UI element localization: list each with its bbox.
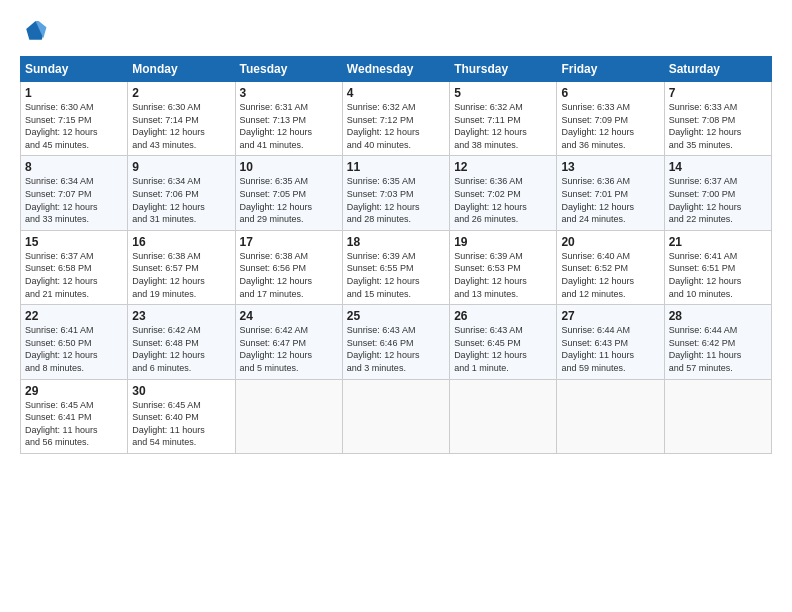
calendar-cell: 13Sunrise: 6:36 AM Sunset: 7:01 PM Dayli…: [557, 156, 664, 230]
day-info: Sunrise: 6:37 AM Sunset: 7:00 PM Dayligh…: [669, 175, 767, 225]
day-info: Sunrise: 6:32 AM Sunset: 7:11 PM Dayligh…: [454, 101, 552, 151]
day-number: 2: [132, 86, 230, 100]
calendar-cell: 19Sunrise: 6:39 AM Sunset: 6:53 PM Dayli…: [450, 230, 557, 304]
calendar-week-4: 22Sunrise: 6:41 AM Sunset: 6:50 PM Dayli…: [21, 305, 772, 379]
calendar-week-2: 8Sunrise: 6:34 AM Sunset: 7:07 PM Daylig…: [21, 156, 772, 230]
calendar-week-1: 1Sunrise: 6:30 AM Sunset: 7:15 PM Daylig…: [21, 82, 772, 156]
calendar-week-5: 29Sunrise: 6:45 AM Sunset: 6:41 PM Dayli…: [21, 379, 772, 453]
calendar-cell: 25Sunrise: 6:43 AM Sunset: 6:46 PM Dayli…: [342, 305, 449, 379]
day-number: 19: [454, 235, 552, 249]
calendar-cell: 28Sunrise: 6:44 AM Sunset: 6:42 PM Dayli…: [664, 305, 771, 379]
day-info: Sunrise: 6:43 AM Sunset: 6:46 PM Dayligh…: [347, 324, 445, 374]
calendar-cell: 8Sunrise: 6:34 AM Sunset: 7:07 PM Daylig…: [21, 156, 128, 230]
calendar-cell: 30Sunrise: 6:45 AM Sunset: 6:40 PM Dayli…: [128, 379, 235, 453]
day-info: Sunrise: 6:44 AM Sunset: 6:42 PM Dayligh…: [669, 324, 767, 374]
weekday-header-row: SundayMondayTuesdayWednesdayThursdayFrid…: [21, 57, 772, 82]
calendar-cell: 2Sunrise: 6:30 AM Sunset: 7:14 PM Daylig…: [128, 82, 235, 156]
day-info: Sunrise: 6:34 AM Sunset: 7:06 PM Dayligh…: [132, 175, 230, 225]
day-info: Sunrise: 6:45 AM Sunset: 6:41 PM Dayligh…: [25, 399, 123, 449]
day-info: Sunrise: 6:32 AM Sunset: 7:12 PM Dayligh…: [347, 101, 445, 151]
calendar-cell: 4Sunrise: 6:32 AM Sunset: 7:12 PM Daylig…: [342, 82, 449, 156]
day-number: 20: [561, 235, 659, 249]
calendar-cell: [450, 379, 557, 453]
day-number: 12: [454, 160, 552, 174]
day-info: Sunrise: 6:41 AM Sunset: 6:50 PM Dayligh…: [25, 324, 123, 374]
day-info: Sunrise: 6:40 AM Sunset: 6:52 PM Dayligh…: [561, 250, 659, 300]
day-info: Sunrise: 6:34 AM Sunset: 7:07 PM Dayligh…: [25, 175, 123, 225]
day-number: 25: [347, 309, 445, 323]
calendar-cell: 17Sunrise: 6:38 AM Sunset: 6:56 PM Dayli…: [235, 230, 342, 304]
calendar-cell: 6Sunrise: 6:33 AM Sunset: 7:09 PM Daylig…: [557, 82, 664, 156]
day-number: 15: [25, 235, 123, 249]
day-number: 9: [132, 160, 230, 174]
day-number: 5: [454, 86, 552, 100]
calendar-cell: 24Sunrise: 6:42 AM Sunset: 6:47 PM Dayli…: [235, 305, 342, 379]
day-info: Sunrise: 6:41 AM Sunset: 6:51 PM Dayligh…: [669, 250, 767, 300]
logo: [20, 18, 52, 46]
calendar-cell: 27Sunrise: 6:44 AM Sunset: 6:43 PM Dayli…: [557, 305, 664, 379]
day-number: 28: [669, 309, 767, 323]
day-info: Sunrise: 6:45 AM Sunset: 6:40 PM Dayligh…: [132, 399, 230, 449]
weekday-header-monday: Monday: [128, 57, 235, 82]
day-number: 8: [25, 160, 123, 174]
day-number: 21: [669, 235, 767, 249]
calendar-cell: 14Sunrise: 6:37 AM Sunset: 7:00 PM Dayli…: [664, 156, 771, 230]
day-number: 18: [347, 235, 445, 249]
day-number: 17: [240, 235, 338, 249]
day-info: Sunrise: 6:39 AM Sunset: 6:55 PM Dayligh…: [347, 250, 445, 300]
day-number: 1: [25, 86, 123, 100]
day-number: 3: [240, 86, 338, 100]
calendar-cell: 15Sunrise: 6:37 AM Sunset: 6:58 PM Dayli…: [21, 230, 128, 304]
calendar-cell: 23Sunrise: 6:42 AM Sunset: 6:48 PM Dayli…: [128, 305, 235, 379]
weekday-header-sunday: Sunday: [21, 57, 128, 82]
calendar-cell: 26Sunrise: 6:43 AM Sunset: 6:45 PM Dayli…: [450, 305, 557, 379]
calendar-cell: 10Sunrise: 6:35 AM Sunset: 7:05 PM Dayli…: [235, 156, 342, 230]
day-info: Sunrise: 6:30 AM Sunset: 7:15 PM Dayligh…: [25, 101, 123, 151]
day-info: Sunrise: 6:33 AM Sunset: 7:09 PM Dayligh…: [561, 101, 659, 151]
day-number: 6: [561, 86, 659, 100]
calendar-cell: [664, 379, 771, 453]
day-number: 30: [132, 384, 230, 398]
day-number: 24: [240, 309, 338, 323]
day-info: Sunrise: 6:38 AM Sunset: 6:56 PM Dayligh…: [240, 250, 338, 300]
day-info: Sunrise: 6:39 AM Sunset: 6:53 PM Dayligh…: [454, 250, 552, 300]
day-number: 7: [669, 86, 767, 100]
day-number: 10: [240, 160, 338, 174]
calendar-cell: 22Sunrise: 6:41 AM Sunset: 6:50 PM Dayli…: [21, 305, 128, 379]
logo-icon: [20, 18, 48, 46]
day-info: Sunrise: 6:36 AM Sunset: 7:01 PM Dayligh…: [561, 175, 659, 225]
calendar-cell: 16Sunrise: 6:38 AM Sunset: 6:57 PM Dayli…: [128, 230, 235, 304]
day-info: Sunrise: 6:38 AM Sunset: 6:57 PM Dayligh…: [132, 250, 230, 300]
weekday-header-friday: Friday: [557, 57, 664, 82]
calendar-cell: 5Sunrise: 6:32 AM Sunset: 7:11 PM Daylig…: [450, 82, 557, 156]
day-number: 11: [347, 160, 445, 174]
day-number: 23: [132, 309, 230, 323]
calendar-cell: 9Sunrise: 6:34 AM Sunset: 7:06 PM Daylig…: [128, 156, 235, 230]
calendar-cell: 1Sunrise: 6:30 AM Sunset: 7:15 PM Daylig…: [21, 82, 128, 156]
day-info: Sunrise: 6:43 AM Sunset: 6:45 PM Dayligh…: [454, 324, 552, 374]
calendar-cell: 7Sunrise: 6:33 AM Sunset: 7:08 PM Daylig…: [664, 82, 771, 156]
calendar-week-3: 15Sunrise: 6:37 AM Sunset: 6:58 PM Dayli…: [21, 230, 772, 304]
day-info: Sunrise: 6:37 AM Sunset: 6:58 PM Dayligh…: [25, 250, 123, 300]
calendar-cell: 18Sunrise: 6:39 AM Sunset: 6:55 PM Dayli…: [342, 230, 449, 304]
calendar-cell: 11Sunrise: 6:35 AM Sunset: 7:03 PM Dayli…: [342, 156, 449, 230]
day-number: 29: [25, 384, 123, 398]
weekday-header-wednesday: Wednesday: [342, 57, 449, 82]
day-info: Sunrise: 6:44 AM Sunset: 6:43 PM Dayligh…: [561, 324, 659, 374]
day-number: 22: [25, 309, 123, 323]
weekday-header-thursday: Thursday: [450, 57, 557, 82]
weekday-header-tuesday: Tuesday: [235, 57, 342, 82]
day-number: 13: [561, 160, 659, 174]
weekday-header-saturday: Saturday: [664, 57, 771, 82]
calendar-cell: 12Sunrise: 6:36 AM Sunset: 7:02 PM Dayli…: [450, 156, 557, 230]
day-info: Sunrise: 6:30 AM Sunset: 7:14 PM Dayligh…: [132, 101, 230, 151]
day-info: Sunrise: 6:35 AM Sunset: 7:05 PM Dayligh…: [240, 175, 338, 225]
day-info: Sunrise: 6:31 AM Sunset: 7:13 PM Dayligh…: [240, 101, 338, 151]
day-number: 27: [561, 309, 659, 323]
calendar-cell: 21Sunrise: 6:41 AM Sunset: 6:51 PM Dayli…: [664, 230, 771, 304]
calendar-cell: [235, 379, 342, 453]
day-info: Sunrise: 6:42 AM Sunset: 6:47 PM Dayligh…: [240, 324, 338, 374]
calendar-cell: 20Sunrise: 6:40 AM Sunset: 6:52 PM Dayli…: [557, 230, 664, 304]
calendar-cell: 3Sunrise: 6:31 AM Sunset: 7:13 PM Daylig…: [235, 82, 342, 156]
calendar-cell: [342, 379, 449, 453]
